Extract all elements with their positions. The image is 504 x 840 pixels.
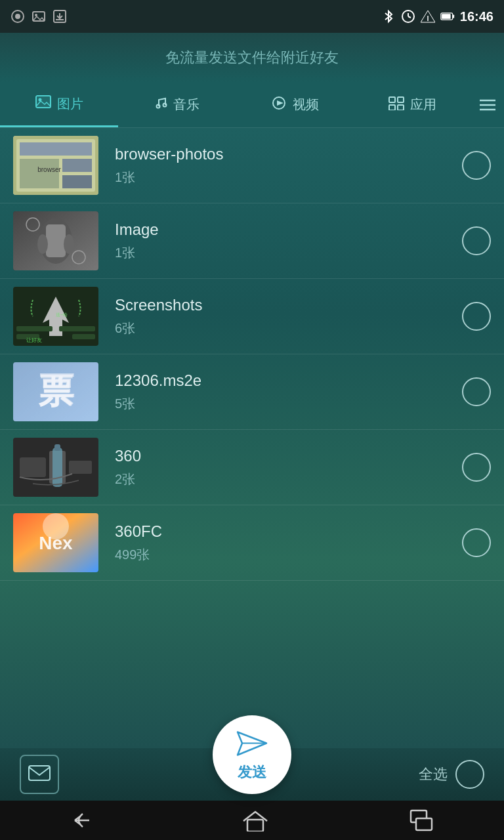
svg-rect-12 <box>452 14 454 18</box>
album-count-6: 499张 <box>115 546 462 564</box>
header-banner: 免流量发送文件给附近好友 <box>0 33 504 82</box>
svg-rect-62 <box>29 766 50 780</box>
home-button[interactable] <box>242 809 268 831</box>
message-button[interactable] <box>20 755 59 794</box>
svg-rect-21 <box>398 97 404 102</box>
svg-rect-31 <box>62 159 92 172</box>
album-name-2: Image <box>115 220 462 239</box>
album-info-1: browser-photos 1张 <box>98 145 462 186</box>
back-button[interactable] <box>70 810 102 830</box>
album-name-4: 12306.ms2e <box>115 371 462 390</box>
list-item[interactable]: 票 票 12306.ms2e 5张 <box>0 354 504 430</box>
album-name-6: 360FC <box>115 522 462 541</box>
album-info-2: Image 1张 <box>98 220 462 262</box>
svg-text:browser: browser <box>37 166 61 173</box>
album-count-3: 6张 <box>115 320 462 337</box>
list-item[interactable]: 360 2张 <box>0 430 504 505</box>
svg-rect-56 <box>69 461 92 474</box>
tab-bar: 图片 音乐 视频 应用 <box>0 82 504 128</box>
bottom-action-bar: 发送 全选 <box>0 748 504 801</box>
tab-photos[interactable]: 图片 <box>0 82 118 127</box>
svg-rect-58 <box>54 444 60 451</box>
album-count-2: 1张 <box>115 244 462 262</box>
album-thumbnail-3: 让好友 送~给 <box>13 287 98 346</box>
svg-rect-46 <box>72 334 95 339</box>
album-thumbnail-6: Nex <box>13 513 98 572</box>
select-all-area[interactable]: 全选 <box>419 760 484 789</box>
album-count-4: 5张 <box>115 395 462 413</box>
album-info-3: Screenshots 6张 <box>98 296 462 337</box>
image-tab-icon <box>35 94 52 113</box>
select-all-label: 全选 <box>419 765 448 784</box>
clock-icon <box>401 9 415 24</box>
album-checkbox-4[interactable] <box>462 377 491 406</box>
tab-video[interactable]: 视频 <box>236 82 354 127</box>
svg-line-8 <box>408 16 411 18</box>
svg-rect-22 <box>389 105 395 110</box>
circle-dot-icon <box>10 9 25 24</box>
svg-marker-19 <box>277 100 284 106</box>
svg-rect-23 <box>398 105 404 110</box>
album-checkbox-1[interactable] <box>462 151 491 180</box>
album-checkbox-2[interactable] <box>462 226 491 255</box>
list-item[interactable]: Image 1张 <box>0 203 504 279</box>
album-info-5: 360 2张 <box>98 447 462 488</box>
status-bar-left-icons <box>10 9 67 24</box>
tab-music[interactable]: 音乐 <box>118 82 236 127</box>
svg-rect-37 <box>46 224 66 257</box>
list-item[interactable]: browser browser-photos 1张 <box>0 128 504 203</box>
svg-rect-57 <box>52 448 62 487</box>
album-thumbnail-4: 票 票 <box>13 362 98 421</box>
svg-text:让好友: 让好友 <box>26 337 42 343</box>
time-display: 16:46 <box>460 9 494 24</box>
svg-rect-29 <box>20 142 92 156</box>
svg-point-61 <box>43 513 69 539</box>
tab-music-label: 音乐 <box>173 96 200 114</box>
download-icon <box>52 9 67 24</box>
album-info-6: 360FC 499张 <box>98 522 462 564</box>
album-name-1: browser-photos <box>115 145 462 163</box>
status-bar-right-icons: 16:46 <box>381 9 494 24</box>
svg-point-39 <box>64 234 74 254</box>
send-button[interactable]: 发送 <box>213 715 291 794</box>
list-item[interactable]: 让好友 送~给 Screenshots 6张 <box>0 279 504 354</box>
album-thumbnail-2 <box>13 211 98 270</box>
apps-tab-icon <box>388 96 405 114</box>
nav-bar <box>0 801 504 840</box>
svg-rect-14 <box>36 96 51 108</box>
signal-icon <box>421 9 435 24</box>
svg-rect-13 <box>442 14 451 19</box>
svg-point-38 <box>37 234 48 254</box>
send-button-label: 发送 <box>238 763 266 782</box>
album-name-3: Screenshots <box>115 296 462 314</box>
banner-text: 免流量发送文件给附近好友 <box>165 48 339 68</box>
svg-rect-32 <box>62 175 92 188</box>
album-thumbnail-1: browser <box>13 136 98 195</box>
album-checkbox-6[interactable] <box>462 528 491 557</box>
tab-apps-label: 应用 <box>410 96 436 114</box>
select-all-checkbox[interactable] <box>455 760 484 789</box>
battery-icon <box>440 9 455 24</box>
svg-rect-44 <box>59 326 95 331</box>
svg-text:送~给: 送~给 <box>56 312 68 317</box>
music-tab-icon <box>154 96 168 114</box>
svg-rect-67 <box>416 818 432 830</box>
list-item[interactable]: Nex 360FC 499张 <box>0 505 504 581</box>
tab-video-label: 视频 <box>293 96 319 114</box>
bluetooth-icon <box>381 9 396 24</box>
album-list: browser browser-photos 1张 <box>0 128 504 748</box>
tab-apps[interactable]: 应用 <box>354 82 472 127</box>
recent-button[interactable] <box>408 809 434 831</box>
album-checkbox-3[interactable] <box>462 302 491 331</box>
svg-text:票: 票 <box>39 372 74 410</box>
svg-point-1 <box>15 14 20 19</box>
album-count-1: 1张 <box>115 169 462 186</box>
album-count-5: 2张 <box>115 471 462 488</box>
album-info-4: 12306.ms2e 5张 <box>98 371 462 413</box>
album-name-5: 360 <box>115 447 462 465</box>
album-checkbox-5[interactable] <box>462 453 491 482</box>
video-tab-icon <box>270 96 287 114</box>
tab-menu-icon[interactable] <box>471 98 504 112</box>
svg-rect-20 <box>389 97 395 102</box>
status-bar: 16:46 <box>0 0 504 33</box>
